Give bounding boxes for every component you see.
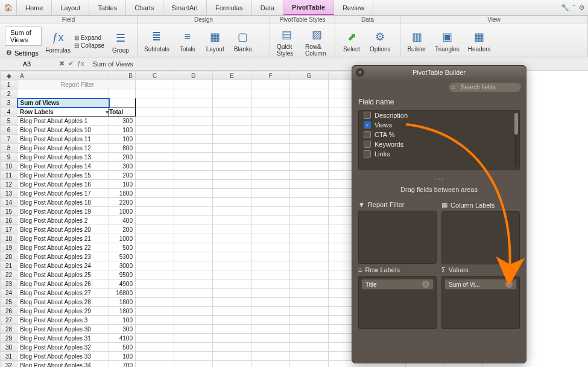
checkbox-icon[interactable] [364, 141, 371, 148]
cell[interactable] [251, 135, 290, 144]
cell[interactable] [136, 361, 174, 368]
cell[interactable] [174, 80, 213, 89]
cell[interactable]: Blog Post About Apples 16 [17, 180, 109, 189]
cell[interactable] [213, 243, 251, 252]
cell[interactable] [136, 107, 174, 116]
cell[interactable] [174, 98, 213, 107]
field-list[interactable]: Description✓ViewsCTA %KeywordsLinks [358, 110, 520, 170]
column-header[interactable]: F [251, 71, 290, 80]
cell[interactable] [290, 279, 329, 289]
cell[interactable] [290, 252, 329, 261]
cell[interactable]: 400 [109, 216, 136, 225]
cell[interactable] [136, 216, 174, 225]
cell[interactable] [136, 279, 174, 289]
expand-button[interactable]: ⊞Expand [74, 34, 104, 41]
cell[interactable]: 100 [109, 180, 136, 189]
cell[interactable] [174, 135, 213, 144]
cell[interactable]: Row Labels▾ [17, 107, 109, 116]
cell[interactable] [290, 89, 329, 98]
cell[interactable] [251, 298, 290, 307]
cell[interactable] [174, 252, 213, 261]
cell[interactable]: Blog Post About Apples 23 [17, 252, 109, 261]
cell[interactable] [290, 225, 329, 234]
cell[interactable] [109, 98, 136, 107]
name-box[interactable]: A3 [0, 60, 54, 68]
select-all-corner[interactable]: ◆ [1, 71, 17, 80]
cell[interactable]: Blog Post About Apples 21 [17, 234, 109, 243]
row-header[interactable]: 18 [1, 234, 17, 243]
row-header[interactable]: 25 [1, 298, 17, 307]
cell[interactable] [136, 207, 174, 216]
row-header[interactable]: 11 [1, 171, 17, 180]
cell[interactable] [213, 361, 251, 368]
tab-formulas[interactable]: Formulas [207, 0, 252, 15]
cell[interactable] [109, 89, 136, 98]
row-header[interactable]: 27 [1, 316, 17, 325]
cell[interactable] [251, 180, 290, 189]
cell[interactable] [251, 307, 290, 316]
cell[interactable] [136, 289, 174, 298]
cell[interactable] [213, 153, 251, 162]
cell[interactable] [290, 343, 329, 352]
cell[interactable] [290, 243, 329, 252]
cell[interactable] [251, 325, 290, 334]
triangles-button[interactable]: ▣Triangles [432, 28, 463, 54]
cell[interactable]: 100 [109, 126, 136, 135]
totals-button[interactable]: ≡Totals [175, 28, 200, 54]
field-settings-button[interactable]: ⚙Settings [4, 48, 43, 58]
cell[interactable] [136, 334, 174, 343]
cell[interactable]: Blog Post About Apples 33 [17, 352, 109, 361]
cell[interactable] [213, 270, 251, 279]
row-header[interactable]: 28 [1, 325, 17, 334]
cell[interactable] [251, 289, 290, 298]
row-header[interactable]: 16 [1, 216, 17, 225]
close-icon[interactable]: ✕ [356, 68, 364, 77]
cell[interactable]: 700 [109, 361, 136, 368]
cell[interactable]: 1000 [109, 234, 136, 243]
row-header[interactable]: 21 [1, 261, 17, 270]
cell[interactable] [174, 316, 213, 325]
checkbox-icon[interactable]: ✓ [364, 121, 371, 129]
cell[interactable]: 5300 [109, 252, 136, 261]
row-header[interactable]: 17 [1, 225, 17, 234]
tab-tables[interactable]: Tables [89, 0, 126, 15]
cell[interactable]: 200 [109, 225, 136, 234]
cell[interactable]: Total [109, 107, 136, 116]
cell[interactable] [251, 261, 290, 270]
cell[interactable] [136, 307, 174, 316]
cell[interactable] [174, 198, 213, 207]
cell[interactable]: 100 [109, 352, 136, 361]
cell[interactable]: 100 [109, 135, 136, 144]
cell[interactable]: Blog Post About Apples 29 [17, 307, 109, 316]
row-header[interactable]: 23 [1, 279, 17, 289]
cell[interactable]: 200 [109, 171, 136, 180]
cell[interactable]: Blog Post About Apples 27 [17, 289, 109, 298]
quick-styles-button[interactable]: ▤Quick Styles [274, 25, 300, 58]
cell[interactable] [290, 325, 329, 334]
field-row-description[interactable]: Description [359, 110, 519, 120]
cell[interactable]: 500 [109, 343, 136, 352]
cell[interactable] [136, 325, 174, 334]
column-header[interactable]: A [17, 71, 109, 80]
cell[interactable] [213, 144, 251, 153]
checkbox-icon[interactable] [364, 150, 371, 158]
cell[interactable] [213, 126, 251, 135]
cell[interactable] [290, 261, 329, 270]
cell[interactable] [136, 198, 174, 207]
accept-formula-icon[interactable]: ✔ [68, 60, 74, 68]
row-header[interactable]: 4 [1, 107, 17, 116]
info-icon[interactable]: i [422, 281, 429, 288]
cell[interactable]: 16800 [109, 289, 136, 298]
home-icon[interactable]: 🏠 [0, 0, 17, 15]
tab-home[interactable]: Home [17, 0, 52, 15]
help-icon[interactable]: ⊘ [579, 4, 584, 11]
cell[interactable] [174, 153, 213, 162]
resize-handle[interactable]: • • • [352, 176, 526, 182]
cell[interactable] [213, 316, 251, 325]
cell[interactable] [251, 234, 290, 243]
cell[interactable] [213, 189, 251, 198]
field-row-links[interactable]: Links [359, 149, 519, 159]
cell[interactable] [251, 316, 290, 325]
tab-review[interactable]: Review [334, 0, 373, 15]
cell[interactable] [290, 270, 329, 279]
